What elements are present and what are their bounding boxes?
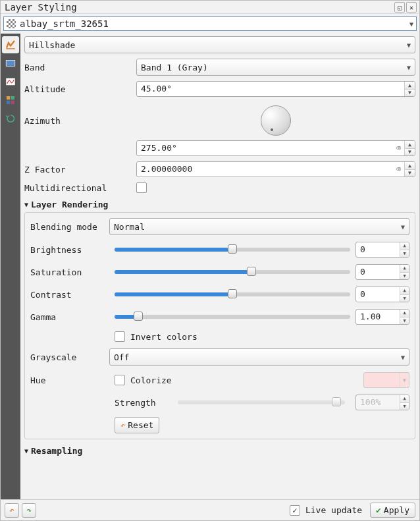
slider-thumb[interactable] bbox=[134, 312, 143, 321]
saturation-slider[interactable] bbox=[115, 270, 350, 274]
step-up-icon[interactable]: ▲ bbox=[400, 242, 409, 250]
colorize-label: Colorize bbox=[130, 375, 358, 385]
strength-slider bbox=[178, 400, 345, 404]
svg-rect-4 bbox=[7, 101, 10, 104]
gamma-slider[interactable] bbox=[115, 315, 350, 319]
clear-icon[interactable]: ⌫ bbox=[392, 162, 404, 177]
chevron-down-icon: ▼ bbox=[407, 64, 411, 71]
slider-thumb[interactable] bbox=[247, 267, 256, 276]
brightness-value: 0 bbox=[356, 242, 400, 257]
svg-rect-5 bbox=[11, 101, 14, 104]
step-down-icon[interactable]: ▼ bbox=[405, 170, 415, 177]
tab-history[interactable] bbox=[2, 110, 19, 127]
band-label: Band bbox=[24, 63, 136, 72]
step-down-icon: ▼ bbox=[400, 403, 409, 410]
contrast-input[interactable]: 0 ▲▼ bbox=[355, 287, 409, 302]
step-down-icon[interactable]: ▼ bbox=[400, 250, 409, 258]
zfactor-value: 2.00000000 bbox=[137, 162, 392, 177]
azimuth-dial[interactable] bbox=[261, 105, 291, 136]
dock-icon[interactable]: ◱ bbox=[394, 2, 405, 13]
contrast-slider[interactable] bbox=[115, 292, 350, 296]
saturation-label: Saturation bbox=[30, 267, 109, 277]
brightness-slider[interactable] bbox=[115, 248, 350, 252]
panel-footer: ↶ ↷ Live update ✔ Apply bbox=[1, 499, 419, 520]
clear-icon[interactable]: ⌫ bbox=[392, 141, 404, 155]
altitude-input[interactable]: 45.00° ▲ ▼ bbox=[136, 81, 415, 97]
step-down-icon[interactable]: ▼ bbox=[405, 90, 415, 97]
step-down-icon[interactable]: ▼ bbox=[405, 149, 415, 156]
panel-title-bar: Layer Styling ◱ ✕ bbox=[1, 1, 419, 14]
svg-rect-2 bbox=[7, 96, 10, 99]
grayscale-value: Off bbox=[114, 352, 401, 362]
altitude-value: 45.00° bbox=[137, 82, 404, 96]
close-icon[interactable]: ✕ bbox=[406, 2, 417, 13]
layer-rendering-header[interactable]: ▼ Layer Rendering bbox=[24, 200, 415, 209]
saturation-input[interactable]: 0 ▲▼ bbox=[355, 264, 409, 280]
band-selector[interactable]: Band 1 (Gray) ▼ bbox=[136, 59, 415, 76]
saturation-value: 0 bbox=[356, 265, 400, 279]
style-sidebar bbox=[1, 34, 20, 499]
step-down-icon[interactable]: ▼ bbox=[400, 273, 409, 280]
zfactor-input[interactable]: 2.00000000 ⌫ ▲ ▼ bbox=[136, 161, 415, 177]
slider-thumb[interactable] bbox=[228, 289, 237, 298]
brightness-input[interactable]: 0 ▲▼ bbox=[355, 242, 409, 258]
multidirectional-checkbox[interactable] bbox=[136, 182, 147, 193]
chevron-down-icon: ▼ bbox=[400, 373, 409, 387]
layer-selector[interactable]: albay_srtm_32651 ▼ bbox=[3, 16, 417, 31]
render-type-selector[interactable]: Hillshade ▼ bbox=[24, 36, 415, 53]
step-up-icon[interactable]: ▲ bbox=[405, 141, 415, 149]
tab-transparency[interactable] bbox=[2, 55, 19, 72]
gamma-value: 1.00 bbox=[356, 310, 400, 324]
reset-button[interactable]: ↶ Reset bbox=[115, 417, 159, 433]
redo-icon: ↷ bbox=[26, 505, 32, 515]
azimuth-dial-wrap bbox=[136, 102, 415, 139]
panel-title: Layer Styling bbox=[3, 2, 393, 13]
step-up-icon[interactable]: ▲ bbox=[400, 287, 409, 295]
chevron-down-icon: ▼ bbox=[407, 41, 411, 49]
tab-symbology[interactable] bbox=[2, 36, 19, 53]
slider-thumb[interactable] bbox=[228, 244, 237, 254]
chevron-down-icon: ▼ bbox=[409, 20, 413, 28]
undo-button[interactable]: ↶ bbox=[5, 503, 19, 518]
step-up-icon[interactable]: ▲ bbox=[405, 82, 415, 90]
blending-value: Normal bbox=[114, 222, 401, 232]
strength-label: Strength bbox=[115, 398, 167, 408]
style-content: Hillshade ▼ Band Band 1 (Gray) ▼ Altitud… bbox=[20, 34, 419, 499]
raster-layer-icon bbox=[7, 19, 16, 28]
gamma-label: Gamma bbox=[30, 312, 109, 322]
grayscale-label: Grayscale bbox=[30, 352, 109, 362]
azimuth-value: 275.00° bbox=[137, 141, 392, 155]
render-type-value: Hillshade bbox=[29, 40, 407, 50]
gamma-input[interactable]: 1.00 ▲▼ bbox=[355, 309, 409, 325]
resampling-header[interactable]: ▼ Resampling bbox=[24, 446, 415, 456]
step-down-icon[interactable]: ▼ bbox=[400, 295, 409, 302]
layer-name: albay_srtm_32651 bbox=[20, 18, 409, 29]
layer-rendering-title: Layer Rendering bbox=[31, 200, 108, 209]
grayscale-selector[interactable]: Off ▼ bbox=[109, 348, 409, 366]
hue-label: Hue bbox=[30, 375, 109, 385]
apply-label: Apply bbox=[384, 505, 409, 515]
contrast-label: Contrast bbox=[30, 290, 109, 300]
blending-label: Blending mode bbox=[30, 222, 109, 232]
colorize-color-button[interactable]: ▼ bbox=[363, 372, 409, 388]
step-up-icon[interactable]: ▲ bbox=[405, 162, 415, 170]
tab-rendering[interactable] bbox=[2, 92, 19, 109]
live-update-checkbox[interactable] bbox=[290, 505, 300, 516]
strength-input: 100% ▲▼ bbox=[355, 395, 409, 410]
apply-button[interactable]: ✔ Apply bbox=[370, 503, 415, 518]
step-up-icon[interactable]: ▲ bbox=[400, 310, 409, 317]
tab-histogram[interactable] bbox=[2, 73, 19, 90]
step-up-icon[interactable]: ▲ bbox=[400, 265, 409, 273]
redo-button[interactable]: ↷ bbox=[22, 503, 36, 518]
collapse-arrow-icon: ▼ bbox=[24, 201, 28, 208]
svg-rect-3 bbox=[11, 96, 14, 99]
undo-icon: ↶ bbox=[9, 505, 14, 515]
blending-selector[interactable]: Normal ▼ bbox=[109, 218, 409, 235]
layer-rendering-group: Blending mode Normal ▼ Brightness 0 ▲▼ bbox=[24, 212, 415, 439]
colorize-checkbox[interactable] bbox=[115, 375, 125, 385]
multidirectional-label: Multidirectional bbox=[24, 183, 136, 193]
collapse-arrow-icon: ▼ bbox=[24, 447, 28, 454]
step-down-icon[interactable]: ▼ bbox=[400, 317, 409, 325]
invert-colors-checkbox[interactable] bbox=[115, 331, 125, 342]
azimuth-input[interactable]: 275.00° ⌫ ▲ ▼ bbox=[136, 140, 415, 156]
